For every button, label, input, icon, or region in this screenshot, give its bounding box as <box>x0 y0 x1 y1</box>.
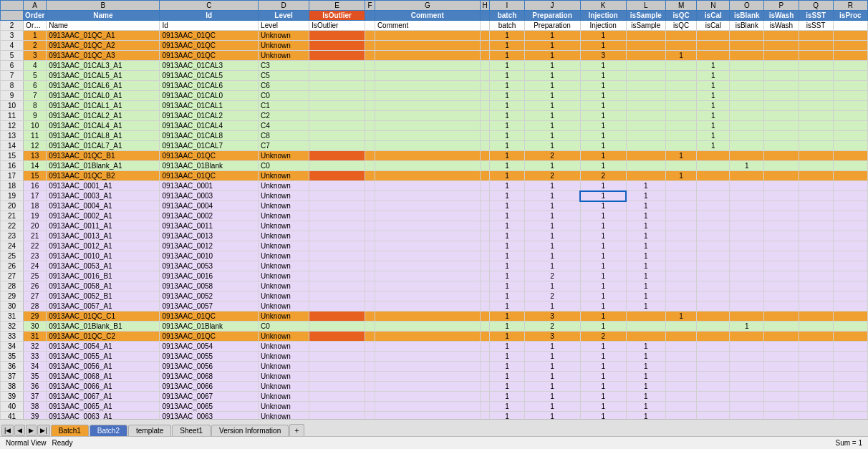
cell-p[interactable] <box>764 81 799 91</box>
cell-h[interactable] <box>480 372 490 382</box>
cell-r[interactable] <box>833 281 867 291</box>
cell-r[interactable] <box>833 181 867 191</box>
cell-l[interactable] <box>626 41 665 51</box>
cell-e[interactable] <box>309 111 365 121</box>
cell-q[interactable] <box>799 81 833 91</box>
tab-batch2[interactable]: Batch2 <box>90 425 127 436</box>
cell-d[interactable]: Unknown <box>259 402 309 412</box>
cell-j[interactable]: 3 <box>524 312 580 322</box>
cell-f[interactable] <box>365 251 375 261</box>
cell-e[interactable] <box>309 322 365 332</box>
cell-h[interactable] <box>480 71 490 81</box>
cell-n[interactable] <box>697 412 730 420</box>
cell-l[interactable]: 1 <box>626 261 665 271</box>
cell-g[interactable] <box>375 201 480 211</box>
cell-n[interactable] <box>697 221 730 231</box>
cell-m[interactable] <box>665 141 697 151</box>
cell-p[interactable] <box>764 191 799 201</box>
table-row[interactable]: 14120913AAC_01CAL7_A10913AAC_01CAL7C7111… <box>1 141 868 151</box>
cell-k[interactable]: 1 <box>580 251 626 261</box>
cell-r[interactable] <box>833 191 867 201</box>
cell-e[interactable] <box>309 261 365 271</box>
cell-d[interactable]: Unknown <box>259 362 309 372</box>
cell-i[interactable]: 1 <box>490 281 524 291</box>
cell-e[interactable] <box>309 352 365 362</box>
col-letter-L[interactable]: L <box>626 1 665 11</box>
cell-a[interactable]: 21 <box>24 231 47 241</box>
cell-m[interactable] <box>665 61 697 71</box>
cell-k[interactable]: 1 <box>580 402 626 412</box>
table-row[interactable]: 17150913AAC_01QC_B20913AAC_01QCUnknown12… <box>1 171 868 181</box>
cell-e[interactable] <box>309 51 365 61</box>
cell-p[interactable] <box>764 412 799 420</box>
cell-g[interactable] <box>375 131 480 141</box>
cell-q[interactable] <box>799 271 833 281</box>
col-letter-A[interactable]: A <box>24 1 47 11</box>
cell-j[interactable]: 1 <box>524 201 580 211</box>
cell-g[interactable] <box>375 312 480 322</box>
cell-q[interactable] <box>799 141 833 151</box>
cell-p[interactable] <box>764 392 799 402</box>
cell-o[interactable] <box>730 191 764 201</box>
cell-j[interactable]: 1 <box>524 191 580 201</box>
cell-f[interactable] <box>365 291 375 301</box>
cell-g[interactable] <box>375 151 480 161</box>
cell-g[interactable] <box>375 161 480 171</box>
cell-g[interactable] <box>375 111 480 121</box>
cell-f[interactable] <box>365 181 375 191</box>
cell-g[interactable] <box>375 281 480 291</box>
cell-i[interactable]: 1 <box>490 171 524 181</box>
cell-m[interactable] <box>665 322 697 332</box>
cell-d[interactable]: Unknown <box>259 181 309 191</box>
cell-c[interactable]: 0913AAC_0013 <box>160 231 259 241</box>
cell-m[interactable] <box>665 101 697 111</box>
cell-n[interactable] <box>697 51 730 61</box>
cell-h[interactable] <box>480 101 490 111</box>
cell-h[interactable] <box>480 31 490 41</box>
cell-n[interactable] <box>697 41 730 51</box>
table-row[interactable]: 19170913AAC_0003_A10913AAC_0003Unknown11… <box>1 191 868 201</box>
cell-j[interactable]: 1 <box>524 281 580 291</box>
cell-o[interactable] <box>730 412 764 420</box>
cell-b[interactable]: 0913AAC_0067_A1 <box>47 392 160 402</box>
cell-r[interactable] <box>833 261 867 271</box>
cell-m[interactable]: 1 <box>665 51 697 61</box>
table-row[interactable]: 750913AAC_01CAL5_A10913AAC_01CAL5C51111 <box>1 71 868 81</box>
cell-q[interactable] <box>799 71 833 81</box>
cell-p[interactable] <box>764 201 799 211</box>
cell-e[interactable] <box>309 221 365 231</box>
cell-c[interactable]: 0913AAC_0066 <box>160 382 259 392</box>
table-row[interactable]: 41390913AAC_0063_A10913AAC_0063Unknown11… <box>1 412 868 420</box>
cell-d[interactable]: Unknown <box>259 382 309 392</box>
spreadsheet-container[interactable]: A B C D E F G H I J K L M N O P Q <box>0 0 868 419</box>
cell-o[interactable] <box>730 301 764 312</box>
cell-n[interactable] <box>697 181 730 191</box>
cell-f[interactable] <box>365 161 375 171</box>
col-letter-D[interactable]: D <box>259 1 309 11</box>
cell-o[interactable] <box>730 181 764 191</box>
cell-k[interactable]: 1 <box>580 181 626 191</box>
cell-f[interactable] <box>365 261 375 271</box>
table-row[interactable]: 23210913AAC_0013_A10913AAC_0013Unknown11… <box>1 231 868 241</box>
table-row[interactable]: 34320913AAC_0054_A10913AAC_0054Unknown11… <box>1 342 868 352</box>
cell-m[interactable] <box>665 362 697 372</box>
cell-g[interactable] <box>375 81 480 91</box>
cell-i[interactable]: 1 <box>490 412 524 420</box>
cell-k[interactable]: 1 <box>580 362 626 372</box>
cell-p[interactable] <box>764 111 799 121</box>
cell-c[interactable]: 0913AAC_01QC <box>160 312 259 322</box>
cell-o[interactable] <box>730 41 764 51</box>
cell-g[interactable] <box>375 402 480 412</box>
cell-c[interactable]: 0913AAC_01CAL3 <box>160 61 259 71</box>
cell-g[interactable] <box>375 301 480 312</box>
cell-o[interactable] <box>730 362 764 372</box>
cell-m[interactable] <box>665 271 697 281</box>
cell-c[interactable]: 0913AAC_01CAL7 <box>160 141 259 151</box>
cell-h[interactable] <box>480 121 490 131</box>
cell-l[interactable] <box>626 141 665 151</box>
cell-b[interactable]: 0913AAC_01CAL4_A1 <box>47 121 160 131</box>
table-row[interactable]: 39370913AAC_0067_A10913AAC_0067Unknown11… <box>1 392 868 402</box>
col-letter-F[interactable]: F <box>365 1 375 11</box>
cell-n[interactable]: 1 <box>697 101 730 111</box>
cell-b[interactable]: 0913AAC_0057_A1 <box>47 301 160 312</box>
